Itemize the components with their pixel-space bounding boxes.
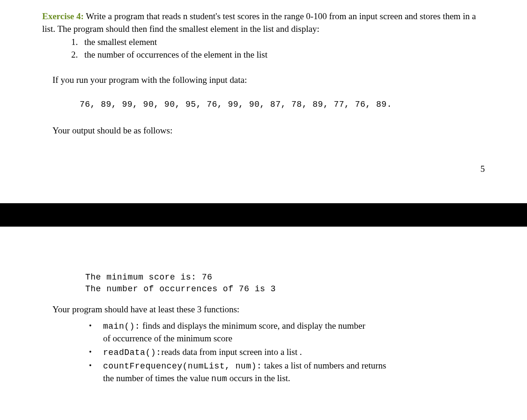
function-item: main(): finds and displays the minimum s…	[89, 320, 485, 345]
input-data: 76, 89, 99, 90, 90, 95, 76, 99, 90, 87, …	[80, 99, 485, 111]
function-code-inline: num	[211, 374, 227, 383]
function-desc-end: occurs in the list.	[227, 373, 290, 383]
page-number: 5	[481, 163, 485, 176]
function-code: countFrequencey(numList, num):	[103, 361, 262, 371]
functions-label: Your program should have at least these …	[52, 303, 485, 316]
separator-bar	[0, 203, 527, 227]
list-number: 1.	[71, 36, 78, 49]
list-number: 2.	[71, 49, 78, 61]
exercise-intro: Exercise 4: Write a program that reads n…	[42, 10, 485, 35]
list-item: 1. the smallest element	[84, 36, 485, 49]
run-instruction: If you run your program with the followi…	[52, 74, 485, 87]
function-item: countFrequencey(numList, num): takes a l…	[89, 360, 485, 385]
list-text: the smallest element	[84, 37, 157, 47]
exercise-intro-text: Write a program that reads n student's t…	[42, 11, 476, 34]
page-top-section: Exercise 4: Write a program that reads n…	[0, 0, 527, 147]
list-text: the number of occurrences of the element…	[84, 50, 267, 59]
page-bottom-section: The minimum score is: 76 The number of o…	[0, 272, 527, 386]
function-desc: finds and displays the minimum score, an…	[140, 321, 365, 331]
function-item: readData():reads data from input screen …	[89, 346, 485, 359]
output-line: The number of occurrences of 76 is 3	[85, 283, 485, 295]
function-desc-cont: the number of times the value	[103, 373, 211, 383]
functions-list: main(): finds and displays the minimum s…	[89, 320, 485, 385]
list-item: 2. the number of occurrences of the elem…	[84, 49, 485, 61]
expected-output: The minimum score is: 76 The number of o…	[85, 272, 485, 295]
display-list: 1. the smallest element 2. the number of…	[84, 36, 485, 61]
output-label: Your output should be as follows:	[52, 125, 485, 137]
exercise-label: Exercise 4:	[42, 11, 84, 21]
function-code: readData():	[103, 348, 161, 357]
function-desc: reads data from input screen into a list…	[161, 347, 302, 357]
output-line: The minimum score is: 76	[85, 272, 485, 283]
function-desc-cont: of occurrence of the minimum score	[103, 332, 485, 345]
function-code: main():	[103, 322, 140, 331]
function-desc: takes a list of numbers and returns	[262, 361, 386, 370]
